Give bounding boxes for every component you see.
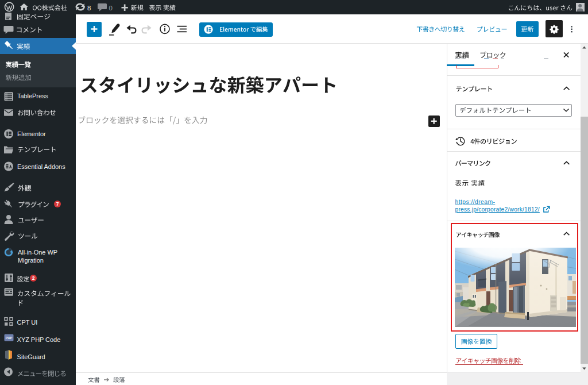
- svg-text:PHP: PHP: [6, 336, 13, 340]
